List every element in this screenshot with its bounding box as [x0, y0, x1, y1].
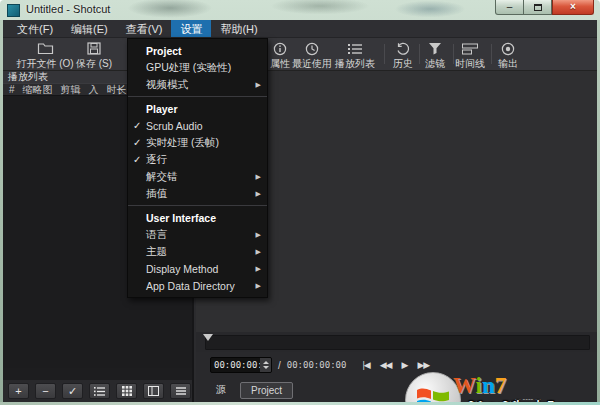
playhead-marker-icon[interactable] — [203, 334, 213, 341]
rewind-button[interactable]: ◀◀ — [380, 360, 392, 370]
menu-settings[interactable]: 设置 — [171, 20, 211, 37]
playlist-footer-toolbar: + − ✓ — [3, 380, 192, 402]
update-button[interactable]: ✓ — [62, 383, 83, 399]
col-thumbnail[interactable]: 缩略图 — [23, 83, 53, 97]
col-index[interactable]: # — [9, 84, 15, 95]
close-button[interactable]: × — [552, 0, 594, 15]
fast-forward-button[interactable]: ▶▶ — [417, 360, 429, 370]
menu-header-project: Project — [128, 42, 267, 59]
menu-item-app-data-directory[interactable]: App Data Directory▶ — [128, 277, 267, 294]
list-view-icon — [94, 387, 105, 396]
timecode-spinner[interactable] — [260, 358, 271, 372]
maximize-icon — [534, 4, 542, 11]
menu-help[interactable]: 帮助(H) — [211, 20, 266, 37]
menu-view[interactable]: 查看(V) — [117, 20, 172, 37]
checkmark-icon: ✓ — [133, 120, 145, 131]
menu-item-theme[interactable]: 主题▶ — [128, 243, 267, 260]
app-window: Untitled - Shotcut – × 文件(F) 编辑(E) 查看(V)… — [0, 0, 600, 405]
seek-bar[interactable] — [205, 335, 590, 350]
app-icon — [7, 4, 20, 17]
close-icon: × — [570, 2, 576, 12]
minimize-button[interactable]: – — [495, 0, 524, 15]
menu-item-scrub-audio[interactable]: ✓Scrub Audio — [128, 117, 267, 134]
menu-item-gpu-processing[interactable]: GPU处理 (实验性) — [128, 59, 267, 76]
spin-down-icon — [263, 366, 269, 369]
view-details-button[interactable] — [143, 383, 164, 399]
submenu-arrow-icon: ▶ — [256, 190, 261, 198]
submenu-arrow-icon: ▶ — [256, 248, 261, 256]
playlist-button[interactable]: 播放列表 — [327, 41, 383, 71]
menu-item-interpolation[interactable]: 插值▶ — [128, 185, 267, 202]
menu-bar: 文件(F) 编辑(E) 查看(V) 设置 帮助(H) — [3, 20, 597, 38]
transport-buttons: |◀ ◀◀ ▶ ▶▶ — [362, 360, 429, 370]
col-clip[interactable]: 剪辑 — [61, 83, 81, 97]
skip-to-start-button[interactable]: |◀ — [362, 360, 369, 370]
transport-bar: 00:00:00:00 / 00:00:00:00 |◀ ◀◀ ▶ ▶▶ — [196, 352, 597, 378]
col-in[interactable]: 入 — [89, 83, 99, 97]
grid-view-icon — [122, 386, 132, 396]
check-icon: ✓ — [68, 386, 77, 397]
window-controls: – × — [495, 0, 594, 15]
window-border-left — [0, 20, 3, 405]
tab-project[interactable]: Project — [240, 382, 293, 399]
duration-value: 00:00:00:00 — [287, 360, 347, 370]
menu-separator — [128, 202, 267, 209]
submenu-arrow-icon: ▶ — [256, 282, 261, 290]
play-button[interactable]: ▶ — [402, 360, 408, 370]
menu-item-video-mode[interactable]: 视频模式▶ — [128, 76, 267, 93]
menu-item-display-method[interactable]: Display Method▶ — [128, 260, 267, 277]
menu-file[interactable]: 文件(F) — [8, 20, 62, 37]
save-icon — [65, 41, 123, 56]
checkmark-icon: ✓ — [133, 154, 145, 165]
details-view-icon — [148, 386, 159, 396]
menu-separator — [128, 93, 267, 100]
view-grid-button[interactable] — [116, 383, 137, 399]
title-bar[interactable]: Untitled - Shotcut – × — [0, 0, 600, 20]
menu-item-deinterlacer[interactable]: 解交错▶ — [128, 168, 267, 185]
toolbar: 打开文件 (O) 保存 (S) 属性 最近使用 — [3, 38, 597, 71]
timecode-spinbox[interactable]: 00:00:00:00 — [210, 357, 272, 373]
submenu-arrow-icon: ▶ — [256, 81, 261, 89]
window-title: Untitled - Shotcut — [26, 3, 110, 15]
tab-source[interactable]: 源 — [206, 381, 236, 399]
playlist-icon — [327, 41, 383, 56]
minus-icon: − — [42, 386, 48, 397]
playlist-menu-button[interactable] — [170, 383, 191, 399]
maximize-button[interactable] — [524, 0, 552, 15]
add-button[interactable]: + — [8, 383, 29, 399]
menu-item-progressive[interactable]: ✓逐行 — [128, 151, 267, 168]
menu-header-player: Player — [128, 100, 267, 117]
menu-item-realtime[interactable]: ✓实时处理 (丢帧) — [128, 134, 267, 151]
submenu-arrow-icon: ▶ — [256, 173, 261, 181]
col-duration[interactable]: 时长 — [107, 83, 127, 97]
timecode-separator: / — [278, 360, 281, 371]
menu-item-language[interactable]: 语言▶ — [128, 226, 267, 243]
remove-button[interactable]: − — [35, 383, 56, 399]
save-button[interactable]: 保存 (S) — [65, 41, 123, 71]
minimize-icon: – — [507, 2, 513, 12]
spin-up-icon — [263, 361, 269, 364]
hamburger-menu-icon — [176, 387, 186, 395]
export-icon — [486, 41, 530, 56]
view-list-button[interactable] — [89, 383, 110, 399]
submenu-arrow-icon: ▶ — [256, 231, 261, 239]
settings-dropdown-menu: Project GPU处理 (实验性) 视频模式▶ Player ✓Scrub … — [127, 38, 268, 298]
plus-icon: + — [15, 386, 21, 397]
player-tab-bar: 源 Project — [196, 378, 597, 402]
menu-edit[interactable]: 编辑(E) — [62, 20, 117, 37]
export-button[interactable]: 输出 — [486, 41, 530, 71]
submenu-arrow-icon: ▶ — [256, 265, 261, 273]
scrub-row — [196, 332, 597, 352]
checkmark-icon: ✓ — [133, 137, 145, 148]
menu-header-user-interface: User Interface — [128, 209, 267, 226]
client-area: 文件(F) 编辑(E) 查看(V) 设置 帮助(H) 打开文件 (O) 保存 (… — [3, 20, 597, 402]
